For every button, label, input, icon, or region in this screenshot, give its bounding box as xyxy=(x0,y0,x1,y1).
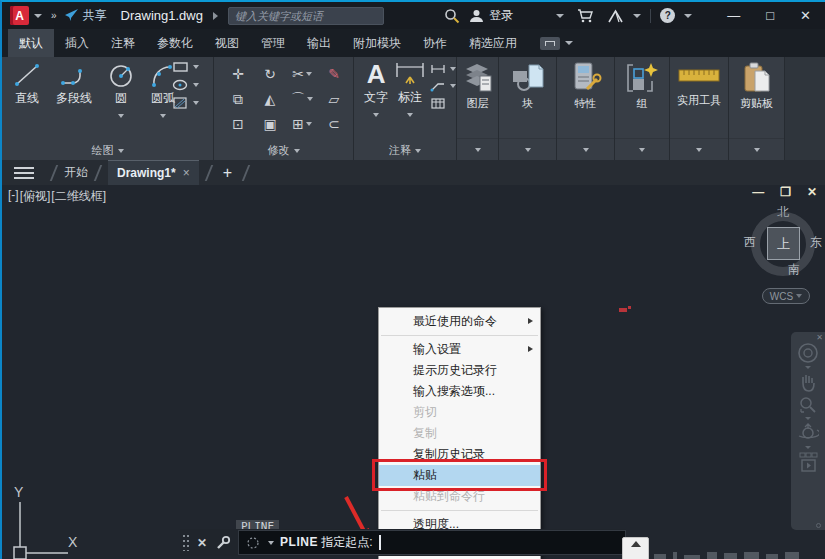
navbar-customize-icon[interactable] xyxy=(816,523,821,528)
ribbon-tab-output[interactable]: 输出 xyxy=(296,29,342,57)
tab-drawing1[interactable]: Drawing1* × xyxy=(108,160,199,185)
maximize-button[interactable]: □ xyxy=(766,8,774,23)
drawing-restore-icon[interactable]: ❐ xyxy=(780,185,791,199)
panel-title-annotate[interactable]: 注释 xyxy=(354,143,456,158)
panel-title-draw[interactable]: 绘图 xyxy=(2,143,213,158)
viewcube-east[interactable]: 东 xyxy=(810,234,822,251)
ribbon-tab-addins[interactable]: 附加模块 xyxy=(342,29,412,57)
command-input[interactable]: PLINE 指定起点: xyxy=(238,530,626,555)
tool-rectangle[interactable] xyxy=(172,60,199,74)
ribbon-tab-parametric[interactable]: 参数化 xyxy=(146,29,204,57)
panel-properties[interactable]: 特性 xyxy=(557,57,615,160)
arc-caret-icon[interactable] xyxy=(160,114,166,118)
tool-dimension[interactable]: 标注 xyxy=(392,59,428,120)
panel-block[interactable]: 块 xyxy=(499,57,557,160)
command-line-customize-icon[interactable] xyxy=(214,534,232,552)
panel-utilities[interactable]: 实用工具 xyxy=(670,57,729,160)
ribbon-tab-home[interactable]: 默认 xyxy=(8,29,54,57)
navbar-close-icon[interactable]: ✕ xyxy=(816,333,823,342)
circle-caret-icon[interactable] xyxy=(118,114,124,118)
viewport-view[interactable]: [俯视] xyxy=(20,188,51,205)
zoom-icon[interactable] xyxy=(798,395,818,415)
autodesk-caret-icon[interactable] xyxy=(633,14,641,18)
groups-panel-caret-icon[interactable] xyxy=(639,148,645,152)
tool-hatch[interactable] xyxy=(172,96,199,110)
drawing-area[interactable]: [-] [俯视] [二维线框] — ❐ ✕ 北 西 东 上 南 WCS ✕ xyxy=(2,185,825,559)
app-menu-button[interactable]: A xyxy=(10,6,29,25)
share-button[interactable]: 共享 xyxy=(65,7,107,24)
tool-erase[interactable]: ✎ xyxy=(318,61,350,86)
ribbon-tab-collaborate[interactable]: 协作 xyxy=(412,29,458,57)
ribbon-display-toggle[interactable] xyxy=(540,29,573,57)
new-tab-button[interactable]: + xyxy=(223,164,232,182)
tool-move[interactable]: ✛ xyxy=(222,61,254,86)
panel-clipboard[interactable]: 剪贴板 xyxy=(729,57,785,160)
menu-item-prompt-history[interactable]: 提示历史记录行 xyxy=(379,360,540,381)
command-line-close-icon[interactable]: ✕ xyxy=(197,536,207,550)
tool-text[interactable]: A 文字 xyxy=(360,59,392,120)
menu-item-input-settings[interactable]: 输入设置 xyxy=(379,339,540,360)
tool-mirror[interactable]: ◭ xyxy=(254,86,286,111)
pan-hand-icon[interactable] xyxy=(798,371,818,393)
orbit-caret-icon[interactable] xyxy=(805,446,811,449)
help-caret-icon[interactable] xyxy=(684,14,692,18)
navigation-wheel-icon[interactable] xyxy=(797,342,819,364)
viewport-visual-style[interactable]: [二维线框] xyxy=(51,188,106,205)
command-line-grip[interactable] xyxy=(183,535,189,551)
menu-item-input-search-options[interactable]: 输入搜索选项... xyxy=(379,381,540,402)
viewcube-south[interactable]: 南 xyxy=(788,261,800,278)
autodesk-logo-icon[interactable] xyxy=(607,9,624,23)
panel-layers[interactable]: 图层 xyxy=(457,57,499,160)
ribbon-tab-featured-apps[interactable]: 精选应用 xyxy=(458,29,528,57)
close-button[interactable]: ✕ xyxy=(800,8,811,23)
tool-ellipse[interactable] xyxy=(172,78,199,92)
tool-fillet[interactable]: ⌒ xyxy=(286,86,318,111)
search-input[interactable] xyxy=(228,7,384,25)
tab-close-icon[interactable]: × xyxy=(183,166,190,180)
menu-item-recent-commands[interactable]: 最近使用的命令 xyxy=(379,311,540,332)
viewcube-west[interactable]: 西 xyxy=(744,234,756,251)
viewport-menu[interactable]: [-] xyxy=(8,188,19,205)
drawing-close-icon[interactable]: ✕ xyxy=(807,185,817,199)
app-menu-caret-icon[interactable] xyxy=(34,14,42,18)
ribbon-tab-annotate[interactable]: 注释 xyxy=(100,29,146,57)
orbit-icon[interactable] xyxy=(797,422,819,444)
signin-button[interactable]: 登录 xyxy=(469,7,513,24)
block-panel-caret-icon[interactable] xyxy=(525,148,531,152)
tool-line[interactable]: 直线 xyxy=(6,60,48,121)
showmotion-icon[interactable] xyxy=(797,451,819,473)
search-icon[interactable] xyxy=(444,8,460,24)
quick-access-expand-icon[interactable]: » xyxy=(51,10,56,21)
properties-panel-caret-icon[interactable] xyxy=(583,148,589,152)
drawing-minimize-icon[interactable]: — xyxy=(752,185,764,199)
clipboard-panel-caret-icon[interactable] xyxy=(754,148,760,152)
command-options-caret-icon[interactable] xyxy=(268,541,274,545)
menu-item-copy-history[interactable]: 复制历史记录 xyxy=(379,444,540,465)
tool-table[interactable] xyxy=(430,97,456,110)
cart-icon[interactable] xyxy=(577,8,594,23)
tool-dim-linear[interactable] xyxy=(430,63,456,75)
minimize-button[interactable]: — xyxy=(727,8,740,23)
tool-copy[interactable]: ⧉ xyxy=(222,86,254,111)
menu-item-paste[interactable]: 粘贴 xyxy=(379,465,540,486)
command-history-scroll-button[interactable] xyxy=(622,537,649,559)
panel-groups[interactable]: 组 xyxy=(615,57,670,160)
wheel-caret-icon[interactable] xyxy=(805,366,811,369)
search-scope-icon[interactable] xyxy=(213,12,218,20)
tool-scale[interactable]: ▣ xyxy=(254,111,286,136)
viewcube-top-face[interactable]: 上 xyxy=(767,227,800,260)
tool-polyline[interactable]: 多段线 xyxy=(48,60,100,121)
layers-panel-caret-icon[interactable] xyxy=(475,148,481,152)
ribbon-tab-manage[interactable]: 管理 xyxy=(250,29,296,57)
help-icon[interactable]: ? xyxy=(660,8,675,23)
ribbon-tab-insert[interactable]: 插入 xyxy=(54,29,100,57)
panel-title-modify[interactable]: 修改 xyxy=(214,143,353,158)
tool-rotate[interactable]: ↻ xyxy=(254,61,286,86)
signin-caret-icon[interactable] xyxy=(556,14,564,18)
tool-array[interactable]: ⊞ xyxy=(286,111,318,136)
tool-offset[interactable]: ⊂ xyxy=(318,111,350,136)
tool-stretch[interactable]: ⊡ xyxy=(222,111,254,136)
wcs-dropdown[interactable]: WCS xyxy=(762,288,810,304)
tab-start[interactable]: 开始 xyxy=(64,164,88,181)
tool-trim[interactable]: ✂ xyxy=(286,61,318,86)
